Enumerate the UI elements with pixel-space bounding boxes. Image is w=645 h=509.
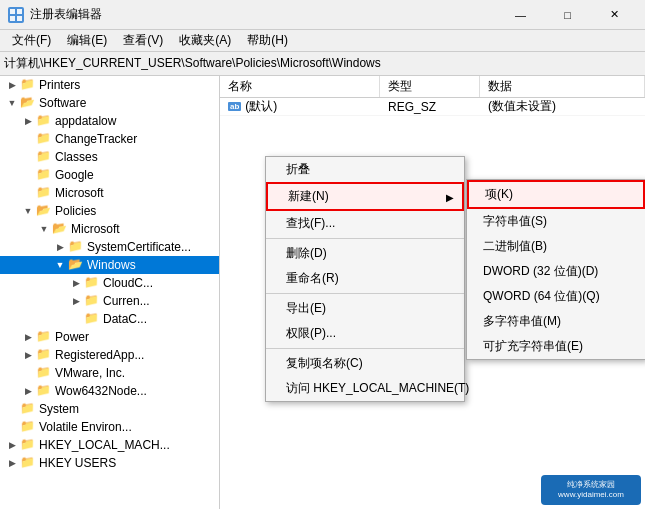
tree-item-power[interactable]: ▶ 📁 Power [0, 328, 219, 346]
tree-item-policies-microsoft[interactable]: ▼ 📂 Microsoft [0, 220, 219, 238]
submenu-dword[interactable]: DWORD (32 位值)(D) [467, 259, 645, 284]
submenu-string[interactable]: 字符串值(S) [467, 209, 645, 234]
watermark: 纯净系统家园 www.yidaimei.com [541, 475, 641, 505]
tree-item-google[interactable]: 📁 Google [0, 166, 219, 184]
expand-icon: ▼ [20, 202, 36, 220]
expand-icon [20, 184, 36, 202]
expand-icon: ▶ [52, 238, 68, 256]
menu-file[interactable]: 文件(F) [4, 30, 59, 51]
tree-item-volatile[interactable]: 📁 Volatile Environ... [0, 418, 219, 436]
watermark-text: 纯净系统家园 www.yidaimei.com [558, 480, 624, 501]
menu-help[interactable]: 帮助(H) [239, 30, 296, 51]
svg-rect-0 [10, 9, 15, 14]
value-name-text: (默认) [245, 98, 277, 115]
minimize-button[interactable]: — [498, 5, 543, 25]
submenu-arrow: ▶ [446, 191, 454, 202]
folder-icon: 📁 [36, 131, 52, 147]
app-icon [8, 7, 24, 23]
tree-item-windows[interactable]: ▼ 📂 Windows [0, 256, 219, 274]
menu-copy-name[interactable]: 复制项名称(C) [266, 351, 464, 376]
tree-label: Microsoft [71, 222, 120, 236]
menu-new-label: 新建(N) [288, 189, 329, 203]
tree-item-datac[interactable]: 📁 DataC... [0, 310, 219, 328]
address-path: 计算机\HKEY_CURRENT_USER\Software\Policies\… [4, 55, 381, 72]
folder-icon: 📁 [84, 311, 100, 327]
tree-label: System [39, 402, 79, 416]
expand-icon: ▶ [20, 112, 36, 130]
tree-item-printers[interactable]: ▶ 📁 Printers [0, 76, 219, 94]
main-area: ▶ 📁 Printers ▼ 📂 Software ▶ 📁 appdatalow… [0, 76, 645, 509]
submenu-qword[interactable]: QWORD (64 位值)(Q) [467, 284, 645, 309]
menu-divider-2 [266, 293, 464, 294]
tree-item-regapp[interactable]: ▶ 📁 RegisteredApp... [0, 346, 219, 364]
titlebar: 注册表编辑器 — □ ✕ [0, 0, 645, 30]
expand-icon: ▼ [4, 94, 20, 112]
tree-item-hkeylocal[interactable]: ▶ 📁 HKEY_LOCAL_MACH... [0, 436, 219, 454]
menu-access[interactable]: 访问 HKEY_LOCAL_MACHINE(T) [266, 376, 464, 401]
submenu-multistring[interactable]: 多字符串值(M) [467, 309, 645, 334]
tree-label: HKEY USERS [39, 456, 116, 470]
expand-icon [20, 166, 36, 184]
submenu-key[interactable]: 项(K) [467, 180, 645, 209]
tree-label: Windows [87, 258, 136, 272]
menu-edit[interactable]: 编辑(E) [59, 30, 115, 51]
maximize-button[interactable]: □ [545, 5, 590, 25]
tree-label: SystemCertificate... [87, 240, 191, 254]
tree-item-classes[interactable]: 📁 Classes [0, 148, 219, 166]
tree-label: Classes [55, 150, 98, 164]
menu-find[interactable]: 查找(F)... [266, 211, 464, 236]
menu-export[interactable]: 导出(E) [266, 296, 464, 321]
tree-item-microsoft[interactable]: 📁 Microsoft [0, 184, 219, 202]
folder-icon: 📁 [84, 293, 100, 309]
menu-delete[interactable]: 删除(D) [266, 241, 464, 266]
expand-icon: ▶ [4, 76, 20, 94]
col-data-header: 数据 [480, 76, 645, 97]
tree-item-hkeyusers[interactable]: ▶ 📁 HKEY USERS [0, 454, 219, 472]
folder-icon: 📁 [20, 401, 36, 417]
folder-icon: 📁 [20, 77, 36, 93]
col-name-header: 名称 [220, 76, 380, 97]
menu-rename[interactable]: 重命名(R) [266, 266, 464, 291]
tree-item-policies[interactable]: ▼ 📂 Policies [0, 202, 219, 220]
tree-item-vmware[interactable]: 📁 VMware, Inc. [0, 364, 219, 382]
tree-panel[interactable]: ▶ 📁 Printers ▼ 📂 Software ▶ 📁 appdatalow… [0, 76, 220, 509]
menu-favorites[interactable]: 收藏夹(A) [171, 30, 239, 51]
close-button[interactable]: ✕ [592, 5, 637, 25]
tree-item-changetracker[interactable]: 📁 ChangeTracker [0, 130, 219, 148]
col-type-header: 类型 [380, 76, 480, 97]
tree-item-software[interactable]: ▼ 📂 Software [0, 94, 219, 112]
menu-collapse[interactable]: 折叠 [266, 157, 464, 182]
submenu-expandstring[interactable]: 可扩充字符串值(E) [467, 334, 645, 359]
menu-view[interactable]: 查看(V) [115, 30, 171, 51]
folder-icon: 📁 [36, 185, 52, 201]
tree-label: appdatalow [55, 114, 116, 128]
svg-rect-2 [10, 16, 15, 21]
menu-new[interactable]: 新建(N) ▶ [266, 182, 464, 211]
folder-icon: 📁 [20, 419, 36, 435]
window-controls: — □ ✕ [498, 5, 637, 25]
folder-icon: 📂 [36, 203, 52, 219]
context-menu: 折叠 新建(N) ▶ 查找(F)... 删除(D) 重命名(R) 导出(E) 权… [265, 156, 465, 402]
tree-item-system[interactable]: 📁 System [0, 400, 219, 418]
menu-permissions[interactable]: 权限(P)... [266, 321, 464, 346]
expand-icon: ▼ [52, 256, 68, 274]
value-data: (数值未设置) [480, 98, 645, 115]
tree-item-curren[interactable]: ▶ 📁 Curren... [0, 292, 219, 310]
submenu-binary[interactable]: 二进制值(B) [467, 234, 645, 259]
tree-label: VMware, Inc. [55, 366, 125, 380]
expand-icon: ▶ [20, 382, 36, 400]
folder-icon: 📁 [36, 347, 52, 363]
tree-item-systemcert[interactable]: ▶ 📁 SystemCertificate... [0, 238, 219, 256]
registry-row[interactable]: ab (默认) REG_SZ (数值未设置) [220, 98, 645, 116]
tree-item-cloudc[interactable]: ▶ 📁 CloudC... [0, 274, 219, 292]
tree-item-appdatalow[interactable]: ▶ 📁 appdatalow [0, 112, 219, 130]
ab-icon: ab [228, 102, 241, 111]
folder-icon: 📁 [68, 239, 84, 255]
expand-icon [20, 364, 36, 382]
folder-icon: 📁 [36, 149, 52, 165]
watermark-line2: www.yidaimei.com [558, 490, 624, 500]
folder-icon: 📂 [68, 257, 84, 273]
expand-icon [4, 418, 20, 436]
tree-item-wow[interactable]: ▶ 📁 Wow6432Node... [0, 382, 219, 400]
menu-divider-3 [266, 348, 464, 349]
